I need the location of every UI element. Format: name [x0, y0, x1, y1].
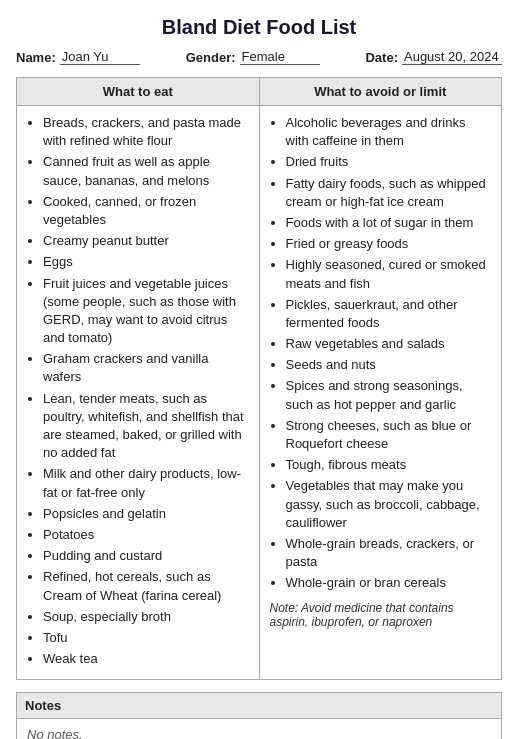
name-label: Name: [16, 50, 56, 65]
date-label: Date: [365, 50, 398, 65]
list-item: Raw vegetables and salads [286, 335, 492, 353]
list-item: Pudding and custard [43, 547, 249, 565]
list-item: Tofu [43, 629, 249, 647]
list-item: Fried or greasy foods [286, 235, 492, 253]
list-item: Milk and other dairy products, low-fat o… [43, 465, 249, 501]
list-item: Fruit juices and vegetable juices (some … [43, 275, 249, 348]
list-item: Whole-grain or bran cereals [286, 574, 492, 592]
list-item: Fatty dairy foods, such as whipped cream… [286, 175, 492, 211]
food-table: What to eat What to avoid or limit Bread… [16, 77, 502, 680]
list-item: Whole-grain breads, crackers, or pasta [286, 535, 492, 571]
list-item: Graham crackers and vanilla wafers [43, 350, 249, 386]
list-item: Spices and strong seasonings, such as ho… [286, 377, 492, 413]
eat-column: Breads, crackers, and pasta made with re… [17, 106, 260, 680]
date-value: August 20, 2024 [402, 49, 502, 65]
list-item: Tough, fibrous meats [286, 456, 492, 474]
date-field: Date: August 20, 2024 [365, 49, 502, 65]
gender-value: Female [240, 49, 320, 65]
list-item: Vegetables that may make you gassy, such… [286, 477, 492, 532]
list-item: Pickles, sauerkraut, and other fermented… [286, 296, 492, 332]
list-item: Seeds and nuts [286, 356, 492, 374]
list-item: Creamy peanut butter [43, 232, 249, 250]
list-item: Foods with a lot of sugar in them [286, 214, 492, 232]
notes-header: Notes [17, 693, 501, 719]
list-item: Soup, especially broth [43, 608, 249, 626]
list-item: Dried fruits [286, 153, 492, 171]
list-item: Potatoes [43, 526, 249, 544]
col-avoid-header: What to avoid or limit [259, 78, 502, 106]
list-item: Lean, tender meats, such as poultry, whi… [43, 390, 249, 463]
page-title: Bland Diet Food List [16, 16, 502, 39]
list-item: Breads, crackers, and pasta made with re… [43, 114, 249, 150]
name-field: Name: Joan Yu [16, 49, 140, 65]
avoid-list: Alcoholic beverages and drinks with caff… [270, 114, 492, 593]
list-item: Weak tea [43, 650, 249, 668]
gender-field: Gender: Female [186, 49, 320, 65]
list-item: Cooked, canned, or frozen vegetables [43, 193, 249, 229]
gender-label: Gender: [186, 50, 236, 65]
list-item: Eggs [43, 253, 249, 271]
header-row: Name: Joan Yu Gender: Female Date: Augus… [16, 49, 502, 65]
col-eat-header: What to eat [17, 78, 260, 106]
list-item: Popsicles and gelatin [43, 505, 249, 523]
list-item: Strong cheeses, such as blue or Roquefor… [286, 417, 492, 453]
eat-list: Breads, crackers, and pasta made with re… [27, 114, 249, 668]
list-item: Canned fruit as well as apple sauce, ban… [43, 153, 249, 189]
name-value: Joan Yu [60, 49, 140, 65]
notes-body: No notes. [17, 719, 501, 739]
avoid-note: Note: Avoid medicine that contains aspir… [270, 601, 492, 629]
notes-section: Notes No notes. [16, 692, 502, 739]
list-item: Refined, hot cereals, such as Cream of W… [43, 568, 249, 604]
avoid-column: Alcoholic beverages and drinks with caff… [259, 106, 502, 680]
list-item: Alcoholic beverages and drinks with caff… [286, 114, 492, 150]
list-item: Highly seasoned, cured or smoked meats a… [286, 256, 492, 292]
